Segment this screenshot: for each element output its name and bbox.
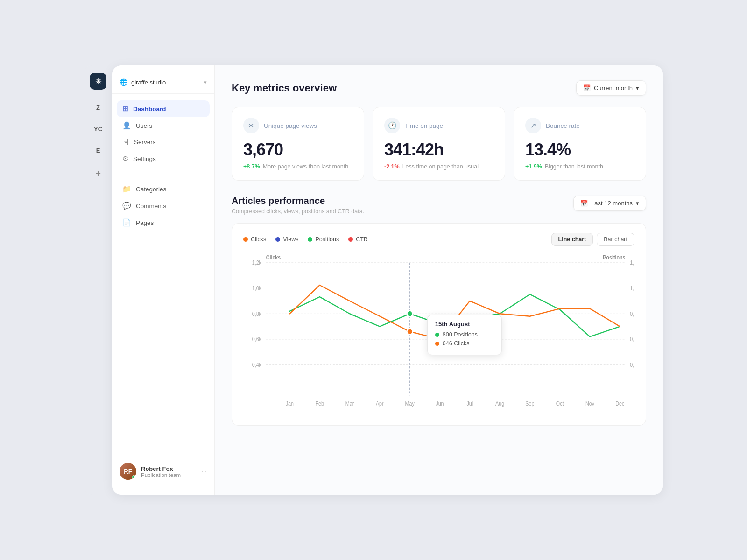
svg-text:1,2k: 1,2k	[252, 260, 262, 266]
main-nav-section: ⊞ Dashboard 👤 Users 🗄 Servers ⚙ Settings	[112, 98, 214, 170]
current-month-filter[interactable]: 📅 Current month ▾	[576, 80, 646, 96]
sidebar-item-settings[interactable]: ⚙ Settings	[117, 150, 210, 167]
metric-header: 🕐 Time on page	[384, 118, 493, 133]
metric-change: -2.1%	[384, 163, 400, 170]
timeonpage-icon: 🕐	[384, 118, 400, 133]
workspace-z-button[interactable]: Z	[90, 99, 106, 116]
metric-change: +8.7%	[243, 163, 260, 170]
legend-clicks[interactable]: Clicks	[243, 236, 266, 243]
line-chart-button[interactable]: Line chart	[551, 233, 593, 246]
sidebar-item-pages[interactable]: 📄 Pages	[117, 214, 210, 231]
articles-subtitle: Compressed clicks, views, positions and …	[232, 208, 364, 215]
workspace-e-button[interactable]: E	[90, 142, 106, 159]
svg-text:Jan: Jan	[286, 401, 294, 407]
svg-text:Aug: Aug	[495, 401, 504, 407]
svg-text:Sep: Sep	[525, 401, 534, 407]
articles-title-group: Articles performance Compressed clicks, …	[232, 196, 364, 215]
svg-text:Mar: Mar	[345, 401, 354, 407]
svg-text:Jun: Jun	[436, 401, 444, 407]
chart-svg: 1,2k 1,0k 0,8k 0,6k 0,4k 1,2k 1,0k 0,8k …	[243, 252, 634, 416]
chart-legend: Clicks Views Positions CTR	[243, 236, 368, 243]
legend-views-label: Views	[283, 236, 298, 243]
last-12-months-filter[interactable]: 📅 Last 12 months ▾	[573, 196, 646, 211]
settings-icon: ⚙	[122, 154, 128, 163]
sidebar-item-label: Settings	[133, 155, 156, 162]
sidebar-item-label: Dashboard	[133, 105, 166, 112]
legend-ctr[interactable]: CTR	[348, 236, 368, 243]
svg-text:1,0k: 1,0k	[630, 285, 634, 291]
sidebar-item-label: Servers	[134, 139, 156, 146]
bouncerate-icon: ↗	[525, 118, 541, 133]
legend-clicks-label: Clicks	[251, 236, 266, 243]
sidebar-item-users[interactable]: 👤 Users	[117, 117, 210, 134]
svg-text:Oct: Oct	[556, 401, 564, 407]
header-row: Key metrics overview 📅 Current month ▾	[232, 80, 646, 96]
clicks-dot	[243, 237, 248, 242]
svg-text:Jul: Jul	[466, 401, 473, 407]
sidebar-item-comments[interactable]: 💬 Comments	[117, 197, 210, 214]
sidebar-item-categories[interactable]: 📁 Categories	[117, 181, 210, 197]
svg-text:0,4k: 0,4k	[630, 362, 634, 368]
chart-area: 1,2k 1,0k 0,8k 0,6k 0,4k 1,2k 1,0k 0,8k …	[243, 252, 634, 416]
add-workspace-button[interactable]: +	[90, 165, 106, 182]
page-title: Key metrics overview	[232, 82, 337, 94]
filter-calendar-icon: 📅	[583, 84, 591, 91]
articles-filter-calendar-icon: 📅	[580, 200, 588, 207]
legend-views[interactable]: Views	[275, 236, 298, 243]
metric-sub: -2.1% Less time on page than usual	[384, 163, 493, 170]
metric-change: +1.9%	[525, 163, 542, 170]
svg-text:1,0k: 1,0k	[252, 285, 262, 291]
articles-filter-label: Last 12 months	[591, 200, 633, 207]
svg-point-30	[407, 311, 413, 317]
logo-button[interactable]: ✳	[90, 73, 106, 90]
workspace-icon: 🌐	[120, 78, 127, 86]
metric-description: More page views than last month	[263, 163, 348, 170]
metric-card-timeonpage: 🕐 Time on page 341:42h -2.1% Less time o…	[373, 107, 505, 181]
articles-title: Articles performance	[232, 196, 364, 206]
chart-controls: Clicks Views Positions CTR	[243, 233, 634, 246]
dashboard-icon: ⊞	[122, 105, 128, 113]
sidebar-item-servers[interactable]: 🗄 Servers	[117, 134, 210, 150]
filter-chevron-icon: ▾	[636, 84, 639, 91]
pageviews-icon: 👁	[243, 118, 259, 133]
user-role: Publication team	[141, 472, 197, 478]
svg-text:0,6k: 0,6k	[630, 336, 634, 343]
svg-text:Positions: Positions	[603, 255, 625, 261]
sidebar-item-dashboard[interactable]: ⊞ Dashboard	[117, 100, 210, 117]
metric-label: Time on page	[405, 122, 443, 129]
workspace-name: giraffe.studio	[131, 79, 200, 86]
metric-header: ↗ Bounce rate	[525, 118, 634, 133]
svg-text:1,2k: 1,2k	[630, 260, 634, 266]
legend-ctr-label: CTR	[356, 236, 368, 243]
servers-icon: 🗄	[122, 138, 129, 146]
positions-dot	[308, 237, 312, 242]
avatar: RF	[120, 463, 136, 480]
svg-point-31	[407, 329, 413, 335]
bar-chart-button[interactable]: Bar chart	[597, 233, 634, 246]
left-nav: 🌐 giraffe.studio ▾ ⊞ Dashboard 👤 Users 🗄…	[112, 65, 215, 495]
workspace-yc-button[interactable]: YC	[90, 120, 106, 137]
workspace-selector[interactable]: 🌐 giraffe.studio ▾	[112, 75, 214, 94]
metric-card-bouncerate: ↗ Bounce rate 13.4% +1.9% Bigger than la…	[514, 107, 646, 181]
sidebar-item-label: Categories	[136, 186, 166, 193]
metric-card-pageviews: 👁 Unique page views 3,670 +8.7% More pag…	[232, 107, 364, 181]
sidebar-item-label: Users	[136, 122, 152, 129]
metric-description: Bigger than last month	[545, 163, 603, 170]
articles-section-header: Articles performance Compressed clicks, …	[232, 196, 646, 215]
metric-description: Less time on page than usual	[402, 163, 479, 170]
sidebar-item-label: Comments	[136, 203, 166, 210]
svg-text:May: May	[405, 401, 415, 407]
workspace-chevron-icon: ▾	[204, 79, 207, 85]
metric-sub: +8.7% More page views than last month	[243, 163, 352, 170]
svg-text:0,8k: 0,8k	[630, 311, 634, 317]
metric-label: Unique page views	[264, 122, 317, 129]
legend-positions[interactable]: Positions	[308, 236, 339, 243]
metric-value: 13.4%	[525, 140, 634, 160]
comments-icon: 💬	[122, 202, 131, 210]
icon-sidebar: ✳ Z YC E +	[84, 65, 112, 495]
metric-label: Bounce rate	[546, 122, 580, 129]
svg-text:Dec: Dec	[615, 401, 624, 407]
user-name: Robert Fox	[141, 465, 197, 472]
user-more-button[interactable]: ···	[201, 468, 207, 475]
svg-text:Feb: Feb	[315, 401, 324, 407]
